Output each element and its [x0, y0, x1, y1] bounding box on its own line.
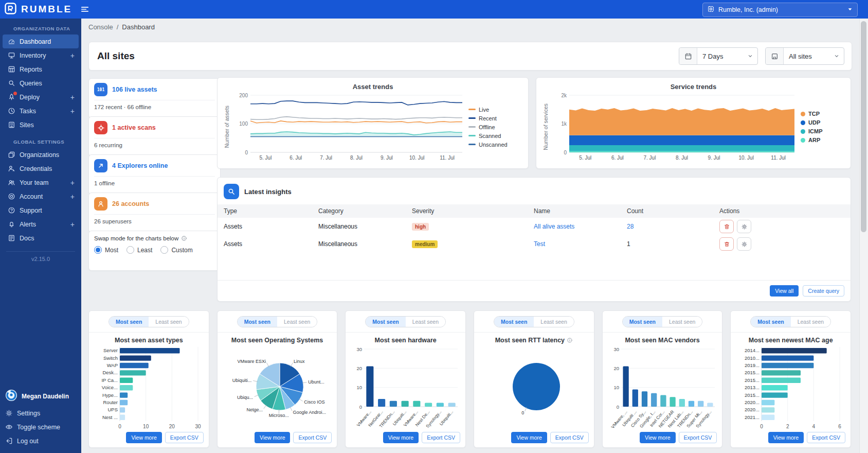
divider [89, 332, 209, 333]
inventory-icon [8, 51, 15, 59]
toggle-least-seen[interactable]: Least seen [662, 317, 702, 327]
toggle-most-seen[interactable]: Most seen [109, 317, 149, 327]
stat-card-title[interactable]: 4 Explorers online [112, 162, 168, 169]
stat-card-title[interactable]: 1 active scans [112, 124, 156, 131]
sidebar-footer-settings[interactable]: Settings [0, 406, 81, 420]
sidebar-item-sites[interactable]: Sites [3, 118, 79, 132]
toggle-least-seen[interactable]: Least seen [277, 317, 317, 327]
view-more-button[interactable]: View more [383, 432, 419, 443]
sidebar-item-account[interactable]: Account+ [3, 189, 79, 203]
stat-card-title[interactable]: 26 accounts [112, 200, 149, 207]
brand-name: RUMBLE [21, 4, 72, 15]
sidebar-item-reports[interactable]: Reports [3, 62, 79, 76]
toggle-least-seen[interactable]: Least seen [534, 317, 573, 327]
export-csv-button[interactable]: Export CSV [679, 432, 717, 443]
seen-toggle: Most seenLeast seen [109, 316, 189, 327]
insight-name-link[interactable]: Test [534, 240, 545, 248]
radio-least[interactable]: Least [126, 246, 152, 254]
stat-card-26-accounts: 26 accounts26 superusers [88, 193, 221, 233]
svg-text:5. Jul: 5. Jul [579, 155, 591, 161]
sidebar-item-label: Docs [20, 235, 75, 242]
expand-plus-icon[interactable]: + [70, 94, 75, 101]
org-switcher-label: Rumble, Inc. (admin) [718, 6, 843, 13]
expand-plus-icon[interactable]: + [70, 52, 75, 59]
legend-marker [801, 129, 805, 134]
sidebar-item-credentials[interactable]: Credentials [3, 162, 79, 176]
sidebar-item-inventory[interactable]: Inventory+ [3, 48, 79, 62]
radio-most[interactable]: Most [94, 246, 118, 254]
sidebar-item-label: Support [20, 207, 75, 214]
svg-text:2010...: 2010... [745, 355, 760, 361]
view-more-button[interactable]: View more [126, 432, 161, 443]
toggle-most-seen[interactable]: Most seen [751, 317, 790, 327]
insight-count[interactable]: 28 [627, 223, 634, 230]
radio-custom[interactable]: Custom [160, 246, 192, 254]
info-icon [567, 337, 573, 343]
export-csv-button[interactable]: Export CSV [293, 432, 332, 443]
info-icon [181, 235, 187, 241]
breadcrumb-root[interactable]: Console [88, 23, 113, 31]
date-range-select[interactable]: 7 Days [679, 47, 758, 65]
view-more-button[interactable]: View more [511, 432, 547, 443]
toggle-least-seen[interactable]: Least seen [406, 317, 445, 327]
insight-name-link[interactable]: All alive assets [534, 223, 574, 230]
delete-insight-button[interactable] [719, 220, 734, 233]
expand-plus-icon[interactable]: + [70, 221, 75, 228]
svg-text:0: 0 [359, 404, 362, 410]
stat-card-title[interactable]: 106 live assets [112, 86, 157, 93]
svg-text:VMware ESXi: VMware ESXi [237, 359, 266, 364]
hardware-chart: 0102030VMware...NetGear...TRENDn...Ubiqu… [351, 345, 460, 432]
sidebar-item-alerts[interactable]: Alerts+ [3, 217, 79, 231]
svg-text:Server: Server [103, 347, 118, 353]
legend-marker [801, 138, 805, 143]
view-more-button[interactable]: View more [255, 432, 290, 443]
scrollbar[interactable] [859, 19, 868, 453]
toggle-least-seen[interactable]: Least seen [149, 317, 188, 327]
sidebar-item-organizations[interactable]: Organizations [3, 148, 79, 162]
sidebar-item-your-team[interactable]: Your team+ [3, 176, 79, 189]
brand[interactable]: RUMBLE [0, 2, 72, 17]
user-menu[interactable]: Megan Daudelin [0, 386, 81, 406]
delete-insight-button[interactable] [719, 237, 734, 251]
sidebar-item-dashboard[interactable]: Dashboard [3, 34, 79, 48]
configure-insight-button[interactable] [737, 237, 751, 251]
toggle-most-seen[interactable]: Most seen [494, 317, 534, 327]
export-csv-button[interactable]: Export CSV [807, 432, 845, 443]
site-filter-value: All sites [784, 53, 834, 60]
expand-plus-icon[interactable]: + [70, 193, 75, 200]
expand-plus-icon[interactable]: + [70, 179, 75, 186]
export-csv-button[interactable]: Export CSV [165, 432, 204, 443]
sidebar-item-label: Queries [20, 80, 75, 87]
swap-mode-label: Swap mode for the charts below [94, 235, 178, 241]
legend-label: Recent [479, 115, 497, 121]
toggle-most-seen[interactable]: Most seen [238, 317, 277, 327]
service-trends-card: Service trends Number of services 01k2k5… [536, 77, 851, 169]
asset-trends-legend: LiveRecentOfflineScannedUnscanned [468, 107, 508, 148]
toggle-most-seen[interactable]: Most seen [623, 317, 662, 327]
export-csv-button[interactable]: Export CSV [422, 432, 460, 443]
asset-trends-y-axis-label: Number of assets [224, 106, 230, 148]
view-more-button[interactable]: View more [768, 432, 804, 443]
sidebar-collapse-icon[interactable] [80, 5, 89, 14]
sidebar-item-support[interactable]: Support [3, 203, 79, 217]
column-header-actions: Actions [719, 207, 844, 215]
scans-icon [94, 121, 107, 134]
sidebar-item-deploy[interactable]: Deploy+ [3, 90, 79, 104]
export-csv-button[interactable]: Export CSV [550, 432, 589, 443]
view-more-button[interactable]: View more [640, 432, 675, 443]
expand-plus-icon[interactable]: + [70, 108, 75, 115]
sidebar-footer-toggle-scheme[interactable]: Toggle scheme [0, 420, 81, 434]
scrollbar-thumb[interactable] [861, 21, 866, 232]
toggle-least-seen[interactable]: Least seen [791, 317, 830, 327]
severity-badge: medium [412, 240, 438, 248]
create-query-button[interactable]: Create query [803, 285, 844, 297]
sidebar-item-docs[interactable]: Docs [3, 231, 79, 245]
org-switcher-button[interactable]: Rumble, Inc. (admin) [702, 3, 858, 17]
configure-insight-button[interactable] [737, 220, 751, 233]
view-all-button[interactable]: View all [770, 285, 799, 297]
sidebar-footer-log-out[interactable]: Log out [0, 434, 81, 448]
sidebar-item-queries[interactable]: Queries [3, 76, 79, 90]
site-filter-select[interactable]: All sites [765, 47, 844, 65]
sidebar-item-tasks[interactable]: Tasks+ [3, 104, 79, 118]
toggle-most-seen[interactable]: Most seen [366, 317, 405, 327]
